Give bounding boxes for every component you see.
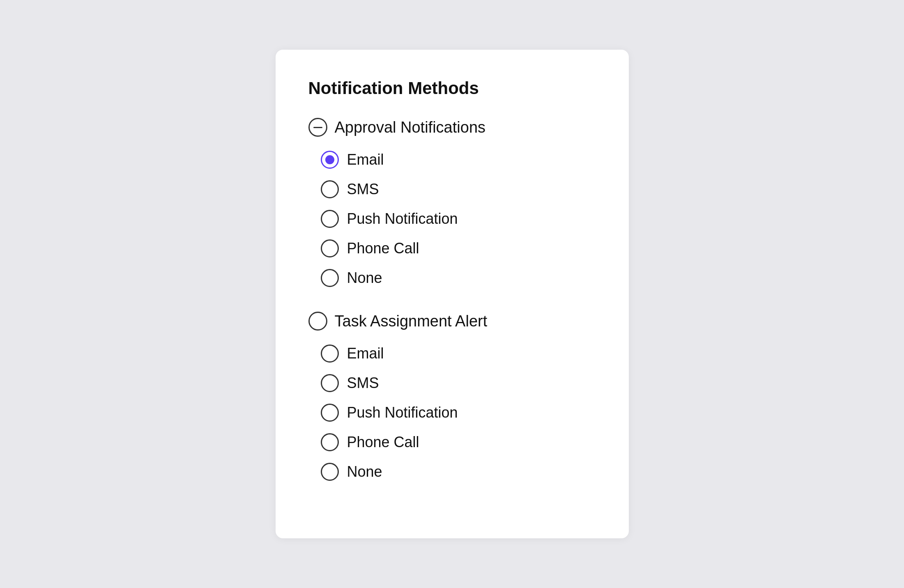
option-item-approval-notifications-option-0[interactable]: Email: [321, 147, 596, 173]
label-approval-notifications-option-1: SMS: [347, 181, 379, 198]
radio-task-assignment-alert-option-2[interactable]: [321, 404, 339, 422]
radio-task-assignment-alert-option-4[interactable]: [321, 463, 339, 481]
option-item-approval-notifications-option-4[interactable]: None: [321, 265, 596, 291]
label-approval-notifications-option-0: Email: [347, 151, 384, 168]
label-task-assignment-alert-option-3: Phone Call: [347, 434, 419, 451]
option-item-task-assignment-alert-option-1[interactable]: SMS: [321, 370, 596, 396]
radio-task-assignment-alert-option-3[interactable]: [321, 433, 339, 451]
label-approval-notifications-option-4: None: [347, 269, 382, 287]
label-task-assignment-alert-option-1: SMS: [347, 374, 379, 392]
label-task-assignment-alert-option-4: None: [347, 463, 382, 480]
page-title: Notification Methods: [308, 78, 596, 98]
radio-approval-notifications-option-1[interactable]: [321, 180, 339, 198]
options-list-task-assignment-alert: EmailSMSPush NotificationPhone CallNone: [308, 340, 596, 485]
label-approval-notifications-option-3: Phone Call: [347, 240, 419, 257]
section-task-assignment-alert: Task Assignment AlertEmailSMSPush Notifi…: [308, 312, 596, 485]
options-list-approval-notifications: EmailSMSPush NotificationPhone CallNone: [308, 147, 596, 291]
radio-approval-notifications-option-0[interactable]: [321, 151, 339, 169]
radio-approval-notifications-option-3[interactable]: [321, 239, 339, 257]
notification-methods-card: Notification Methods Approval Notificati…: [276, 50, 629, 538]
radio-task-assignment-alert-option-0[interactable]: [321, 345, 339, 363]
option-item-approval-notifications-option-3[interactable]: Phone Call: [321, 235, 596, 262]
section-title-approval-notifications: Approval Notifications: [335, 119, 486, 136]
option-item-task-assignment-alert-option-0[interactable]: Email: [321, 340, 596, 367]
option-item-task-assignment-alert-option-3[interactable]: Phone Call: [321, 429, 596, 455]
label-approval-notifications-option-2: Push Notification: [347, 210, 458, 227]
option-item-approval-notifications-option-1[interactable]: SMS: [321, 176, 596, 202]
option-item-task-assignment-alert-option-2[interactable]: Push Notification: [321, 400, 596, 426]
label-task-assignment-alert-option-0: Email: [347, 345, 384, 362]
section-title-task-assignment-alert: Task Assignment Alert: [335, 312, 488, 330]
radio-task-assignment-alert-option-1[interactable]: [321, 374, 339, 392]
minus-icon: [308, 118, 327, 137]
radio-approval-notifications-option-4[interactable]: [321, 269, 339, 287]
radio-approval-notifications-option-2[interactable]: [321, 210, 339, 228]
label-task-assignment-alert-option-2: Push Notification: [347, 404, 458, 421]
section-approval-notifications: Approval NotificationsEmailSMSPush Notif…: [308, 118, 596, 291]
option-item-task-assignment-alert-option-4[interactable]: None: [321, 459, 596, 485]
option-item-approval-notifications-option-2[interactable]: Push Notification: [321, 206, 596, 232]
empty-circle-icon: [308, 312, 327, 331]
